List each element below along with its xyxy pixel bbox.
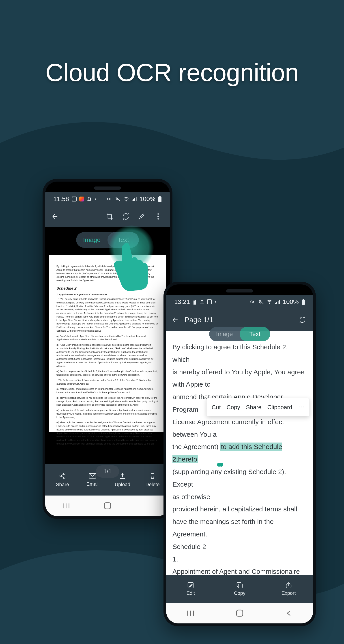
battery-icon — [301, 299, 305, 305]
app-toolbar — [45, 206, 170, 227]
ocr-line: provided herein, all capitalized terms s… — [173, 503, 307, 516]
doc-p-1-2c: (c) make copies of, format, and otherwis… — [56, 408, 158, 419]
segment-image[interactable]: Image — [76, 232, 107, 248]
status-bar: 13:21 • 100% — [166, 295, 313, 308]
delete-button[interactable]: Delete — [137, 472, 167, 488]
ocr-line: Appointment of Agent and Commissionaire — [173, 565, 307, 575]
phone-earpiece — [226, 289, 253, 292]
svg-rect-5 — [132, 200, 133, 201]
phone-earpiece — [94, 186, 121, 190]
ocr-line: the Agreement) to add this Sehedule 2the… — [173, 440, 307, 466]
back-button[interactable] — [50, 213, 61, 220]
svg-rect-8 — [136, 197, 137, 201]
ctx-share[interactable]: Share — [246, 402, 261, 412]
copy-label: Copy — [234, 590, 245, 596]
wifi-icon — [266, 300, 272, 304]
edit-button[interactable]: Edit — [166, 582, 215, 596]
ctx-cut[interactable]: Cut — [212, 402, 221, 412]
ctx-copy[interactable]: Copy — [226, 402, 240, 412]
svg-rect-19 — [194, 299, 195, 300]
wifi-icon — [123, 196, 129, 202]
rotate-button[interactable] — [119, 213, 133, 220]
nav-back[interactable] — [275, 610, 302, 616]
svg-rect-28 — [303, 299, 304, 300]
segment-control: Image Text — [209, 327, 270, 341]
ocr-line: Schedule 2 — [173, 540, 307, 553]
ctx-more[interactable]: ⋮ — [296, 404, 307, 410]
instagram-icon — [79, 196, 84, 202]
back-button[interactable] — [171, 316, 179, 324]
ocr-line: with Appie to — [173, 378, 307, 391]
doc-p-b: (b) "End-User" includes individual purch… — [56, 343, 158, 368]
android-nav — [45, 496, 170, 516]
status-bar: 11:58 • — [45, 192, 170, 206]
svg-rect-18 — [104, 503, 111, 509]
doc-p-1-2b: (b) provide hosting services to You subj… — [56, 396, 158, 407]
more-button[interactable] — [151, 213, 165, 220]
page-title: Page 1/1 — [185, 316, 297, 324]
export-button[interactable]: Export — [264, 582, 313, 596]
ctx-clipboard[interactable]: Clipboard — [267, 402, 292, 412]
svg-point-11 — [157, 213, 159, 215]
svg-rect-24 — [275, 303, 276, 304]
vibrate-icon — [258, 300, 264, 304]
share-button[interactable]: Share — [48, 472, 78, 488]
copy-button[interactable]: Copy — [215, 582, 264, 596]
ocr-line: License Agreement cumently in effect — [173, 416, 307, 428]
document-preview[interactable]: By clicking to agree to this Schedule 2,… — [45, 254, 170, 446]
vibrate-icon — [115, 196, 120, 202]
gallery-icon — [207, 300, 212, 304]
svg-rect-26 — [278, 301, 279, 304]
status-time: 13:21 — [174, 298, 190, 306]
upload-icon — [200, 300, 204, 304]
email-label: Email — [86, 481, 99, 487]
ocr-line: have the meanings set forth in the Agree… — [173, 516, 307, 540]
svg-point-23 — [269, 303, 270, 304]
svg-point-4 — [126, 200, 126, 201]
doc-section-1: 1. Appointment of Agent and Commissionai… — [56, 293, 158, 296]
svg-rect-7 — [134, 198, 135, 201]
nav-home[interactable] — [94, 502, 121, 510]
segment-text[interactable]: Text — [240, 327, 270, 341]
upload-label: Upload — [115, 482, 130, 488]
gallery-icon — [72, 196, 77, 202]
segment-image[interactable]: Image — [209, 327, 240, 341]
ocr-line: 1. — [173, 553, 307, 566]
vpn-icon — [107, 197, 112, 201]
ocr-line: By clicking to agree to this Schedule 2,… — [173, 341, 307, 366]
svg-rect-10 — [158, 197, 161, 202]
nav-recents[interactable] — [53, 503, 80, 509]
svg-rect-27 — [279, 300, 280, 304]
android-nav — [166, 603, 313, 624]
doc-p-a: (a) "You" shall include App Store Connec… — [56, 334, 158, 342]
edit-label: Edit — [186, 590, 195, 596]
share-label: Share — [56, 482, 69, 488]
vpn-icon — [250, 300, 256, 304]
svg-rect-2 — [72, 197, 76, 201]
draw-button[interactable] — [135, 213, 149, 220]
pointer-hand-icon — [109, 238, 152, 294]
svg-rect-29 — [302, 300, 305, 305]
crop-button[interactable] — [103, 213, 117, 220]
delete-label: Delete — [145, 482, 160, 488]
signal-icon — [132, 197, 137, 201]
export-label: Export — [281, 590, 296, 596]
svg-rect-31 — [238, 584, 242, 588]
battery-text: 100% — [283, 298, 299, 306]
svg-rect-25 — [276, 302, 277, 304]
bottom-actions: Edit Copy Export — [166, 575, 313, 603]
svg-rect-33 — [237, 610, 243, 616]
doc-p-1-1: 1.1 You hereby appoint Apple and Apple S… — [56, 298, 158, 333]
svg-rect-17 — [89, 474, 96, 478]
ocr-line: (supplanting any existing Schedule 2). E… — [173, 466, 307, 490]
context-menu: Cut Copy Share Clipboard ⋮ — [207, 398, 309, 416]
sync-button[interactable] — [297, 316, 308, 324]
hero-title: Cloud OCR recognition — [0, 58, 344, 87]
ocr-text-area[interactable]: By clicking to agree to this Schedule 2,… — [166, 331, 313, 575]
doc-p-1-2a: (a) market, solicit, and obtain orders o… — [56, 387, 158, 394]
phone-right: 13:21 • 100% — [163, 282, 316, 626]
battery-text: 100% — [139, 196, 155, 202]
notification-icon — [87, 196, 92, 202]
nav-recents[interactable] — [177, 610, 204, 616]
nav-home[interactable] — [226, 609, 253, 617]
